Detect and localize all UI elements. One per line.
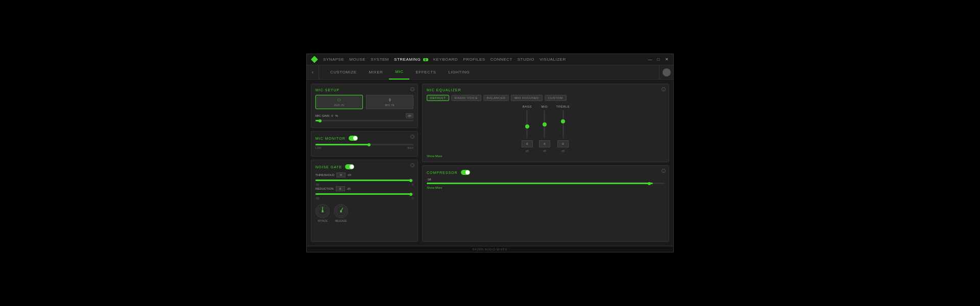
tab-mic[interactable]: MIC — [389, 65, 409, 80]
treble-slider[interactable] — [562, 110, 564, 138]
close-button[interactable]: ✕ — [664, 57, 669, 62]
back-button[interactable]: ‹ — [307, 65, 319, 80]
compressor-toggle-thumb — [465, 170, 470, 174]
slider-ends: LOW HIGH — [315, 146, 413, 149]
compressor-show-more[interactable]: Show More — [427, 186, 665, 189]
attack-knob-label: ATTACK — [318, 219, 328, 222]
footer-text: RAZER AUDIO MIXER — [473, 248, 507, 251]
avatar — [663, 68, 671, 76]
minimize-button[interactable]: — — [648, 57, 653, 62]
reduction-unit: dB — [347, 187, 351, 190]
noise-gate-toggle[interactable] — [345, 164, 354, 169]
mid-unit: dB — [543, 149, 546, 152]
preset-mid-focused[interactable]: MID FOCUSED — [511, 95, 543, 101]
app-window: SYNAPSE MOUSE SYSTEM STREAMING 9 KEYBOAR… — [306, 54, 674, 252]
reduction-max: 0 — [412, 197, 413, 200]
nav-keyboard[interactable]: KEYBOARD — [433, 57, 458, 62]
bass-value: 0 — [522, 140, 533, 147]
nav-mouse[interactable]: MOUSE — [349, 57, 365, 62]
eq-title: MIC EQUALIZER — [427, 88, 665, 92]
eq-mid-col: MID 0 dB — [539, 105, 550, 152]
reduction-input[interactable] — [336, 186, 345, 191]
tab-lighting[interactable]: LIGHTING — [442, 65, 476, 80]
tab-mixer[interactable]: MIXER — [362, 65, 389, 80]
mic-gain-row: MIC GAIN 0 % dB — [315, 113, 413, 121]
eq-treble-col: TREBLE 0 dB — [556, 105, 570, 152]
razer-logo-icon — [311, 56, 318, 63]
bass-thumb — [525, 124, 529, 129]
streaming-badge: 9 — [423, 58, 428, 61]
toggle-thumb — [353, 136, 357, 140]
release-knob-container: 52 RELEASE — [334, 204, 348, 222]
tab-effects[interactable]: EFFECTS — [409, 65, 442, 80]
mic-in-button[interactable]: 🎙 MIC IN — [366, 95, 413, 109]
nav-visualizer[interactable]: VISUALIZER — [540, 57, 566, 62]
compressor-toggle[interactable] — [461, 170, 470, 175]
bass-slider[interactable] — [526, 110, 528, 138]
threshold-max: 0 — [412, 183, 413, 186]
compressor-info-icon[interactable]: i — [662, 169, 666, 173]
preset-balanced[interactable]: BALANCED — [483, 95, 509, 101]
compressor-title-row: COMPRESSOR — [427, 170, 665, 175]
attack-knob-container: 10 ATTACK — [315, 204, 330, 222]
mic-gain-label: MIC GAIN 0 % dB — [315, 113, 413, 118]
maximize-button[interactable]: □ — [656, 57, 661, 62]
noise-gate-title: NOISE GATE — [315, 165, 342, 169]
eq-show-more[interactable]: Show More — [427, 155, 665, 158]
nav-connect[interactable]: CONNECT — [491, 57, 512, 62]
preset-radio-voice[interactable]: RADIO VOICE — [451, 95, 481, 101]
title-bar-left: SYNAPSE MOUSE SYSTEM STREAMING 9 KEYBOAR… — [311, 56, 566, 63]
mic-monitor-toggle[interactable] — [349, 136, 358, 141]
reduction-label: REDUCTION — [315, 187, 334, 190]
mic-monitor-slider[interactable] — [315, 144, 413, 145]
right-column: i MIC EQUALIZER DEFAULT RADIO VOICE BALA… — [422, 84, 669, 242]
nav-system[interactable]: SYSTEM — [371, 57, 389, 62]
aux-in-label: AUX IN — [334, 104, 345, 107]
mic-monitor-info-icon[interactable]: i — [410, 135, 414, 139]
nav-profiles[interactable]: PROFILES — [463, 57, 485, 62]
mic-monitor-panel: i MIC MONITOR LOW HIGH — [311, 131, 418, 157]
main-content: MIC SETUP i ⬭ AUX IN 🎙 MIC IN MIC GAIN — [307, 80, 673, 246]
mic-setup-title: MIC SETUP — [315, 88, 413, 92]
svg-text:10: 10 — [322, 211, 324, 213]
monitor-low-label: LOW — [315, 146, 321, 149]
threshold-input[interactable] — [336, 172, 346, 177]
preset-custom[interactable]: CUSTOM — [545, 95, 567, 101]
nav-studio[interactable]: STUDIO — [518, 57, 534, 62]
threshold-slider[interactable] — [315, 180, 413, 181]
mid-value: 0 — [539, 140, 550, 147]
mid-label: MID — [542, 105, 548, 108]
nav-streaming[interactable]: STREAMING 9 — [394, 57, 428, 62]
mic-in-label: MIC IN — [385, 104, 395, 107]
preset-default[interactable]: DEFAULT — [427, 95, 449, 101]
release-knob[interactable]: 52 — [334, 204, 348, 218]
left-column: MIC SETUP i ⬭ AUX IN 🎙 MIC IN MIC GAIN — [311, 84, 418, 242]
svg-text:52: 52 — [340, 211, 342, 213]
aux-in-button[interactable]: ⬭ AUX IN — [315, 95, 363, 109]
reduction-min: -60 — [315, 197, 319, 200]
title-bar: SYNAPSE MOUSE SYSTEM STREAMING 9 KEYBOAR… — [307, 54, 673, 65]
tabs: CUSTOMIZE MIXER MIC EFFECTS LIGHTING — [319, 65, 659, 80]
input-sources: ⬭ AUX IN 🎙 MIC IN — [315, 95, 413, 109]
mic-setup-info-icon[interactable]: i — [410, 87, 414, 91]
compressor-slider[interactable] — [427, 183, 665, 184]
mid-slider[interactable] — [544, 110, 545, 138]
eq-bass-col: BASS 0 dB — [522, 105, 533, 152]
treble-unit: dB — [561, 149, 565, 152]
mic-gain-slider[interactable] — [315, 120, 413, 121]
eq-panel: i MIC EQUALIZER DEFAULT RADIO VOICE BALA… — [422, 84, 669, 162]
tab-customize[interactable]: CUSTOMIZE — [324, 65, 362, 80]
attack-knob[interactable]: 10 — [315, 204, 330, 218]
reduction-row: REDUCTION dB — [315, 186, 413, 191]
compressor-panel: i COMPRESSOR -38 Show More — [422, 165, 669, 242]
mic-monitor-title-row: MIC MONITOR — [315, 136, 413, 141]
noise-gate-info-icon[interactable]: i — [410, 163, 414, 167]
eq-info-icon[interactable]: i — [662, 87, 666, 91]
eq-sliders: BASS 0 dB MID 0 dB — [427, 105, 665, 152]
reduction-slider-ends: -60 0 — [315, 197, 413, 200]
nav-synapse[interactable]: SYNAPSE — [323, 57, 344, 62]
threshold-label: THRESHOLD — [315, 173, 334, 176]
title-bar-right: — □ ✕ — [648, 57, 669, 62]
reduction-slider[interactable] — [315, 193, 413, 195]
user-avatar-container — [659, 65, 673, 80]
